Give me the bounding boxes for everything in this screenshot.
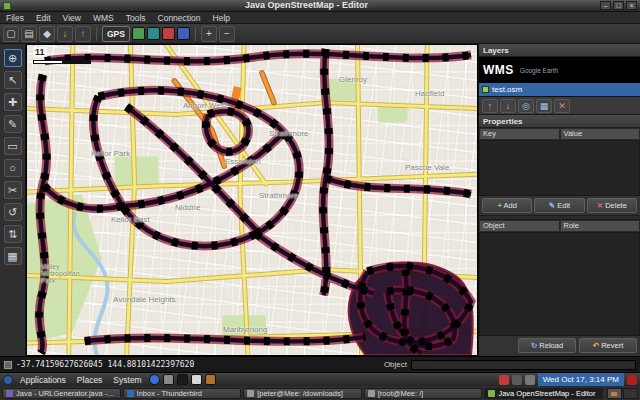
zoom-level-label: 11: [33, 47, 47, 57]
workspace-2[interactable]: [623, 388, 638, 399]
wms-settings-icon[interactable]: [177, 27, 190, 40]
latlon-icon: [4, 361, 12, 369]
layer-merge-icon[interactable]: ▦: [536, 99, 552, 113]
menu-connection[interactable]: Connection: [152, 12, 207, 24]
maximize-button[interactable]: □: [613, 1, 624, 10]
menu-view[interactable]: View: [57, 12, 87, 24]
edit-property-button[interactable]: ✎ Edit: [534, 198, 584, 213]
edit-label: Edit: [557, 201, 570, 210]
relations-object-column: Object: [479, 220, 560, 232]
delete-label: Delete: [605, 201, 627, 210]
gps-button[interactable]: GPS: [102, 26, 130, 42]
open-icon[interactable]: ▤: [21, 26, 37, 42]
minimize-button[interactable]: –: [600, 1, 611, 10]
menu-tools[interactable]: Tools: [120, 12, 152, 24]
zoom-tool-icon[interactable]: ⊕: [4, 49, 22, 67]
clock[interactable]: Wed Oct 17, 3:14 PM: [538, 373, 624, 387]
delete-property-button[interactable]: ✕ Delete: [587, 198, 637, 213]
task-terminal-root[interactable]: [root@Mee: /]: [364, 388, 483, 399]
zoom-out-icon[interactable]: −: [219, 26, 235, 42]
properties-value-column: Value: [560, 128, 640, 140]
layer-toolbar: ↑ ↓ ◎ ▦ ✕: [479, 97, 640, 115]
object-field[interactable]: [411, 360, 636, 370]
places-menu[interactable]: Places: [73, 375, 107, 385]
toolbar-separator: [195, 27, 196, 41]
security-status-icon[interactable]: [627, 375, 637, 385]
select-tool-icon[interactable]: ↖: [4, 71, 22, 89]
relations-role-column: Role: [560, 220, 640, 232]
split-way-tool-icon[interactable]: ✂: [4, 181, 22, 199]
wms-layer-name: WMS: [483, 63, 514, 77]
properties-buttons: + Add ✎ Edit ✕ Delete: [479, 196, 640, 216]
josm-icon: [488, 390, 495, 397]
reload-button[interactable]: ↻ Reload: [518, 338, 576, 353]
layer-item-osm-selected[interactable]: test.osm: [479, 83, 640, 96]
grid-tool-icon[interactable]: ▦: [4, 247, 22, 265]
system-menu[interactable]: System: [109, 375, 145, 385]
add-node-tool-icon[interactable]: ✚: [4, 93, 22, 111]
workspace-1[interactable]: [607, 388, 622, 399]
network-status-icon[interactable]: [512, 375, 522, 385]
gnome-window-list: Java - URLGenerator.java - Eclipse Inbox…: [0, 386, 640, 400]
rectangle-tool-icon[interactable]: ▭: [4, 137, 22, 155]
task-josm-active[interactable]: Java OpenStreetMap - Editor: [484, 388, 603, 399]
main-area: ⊕ ↖ ✚ ✎ ▭ ○ ✂ ↺ ⇅ ▦: [0, 44, 640, 356]
task-thunderbird[interactable]: Inbox - Thunderbird: [123, 388, 242, 399]
upload-icon[interactable]: ↑: [75, 26, 91, 42]
properties-key-column: Key: [479, 128, 560, 140]
properties-panel-title: Properties: [479, 115, 640, 128]
download-icon[interactable]: ↓: [57, 26, 73, 42]
graphics-launcher-icon[interactable]: [205, 374, 216, 385]
terminal-launcher-icon[interactable]: [177, 374, 188, 385]
main-toolbar: ▢ ▤ ◆ ↓ ↑ GPS + −: [0, 24, 640, 44]
edit-tool-palette: ⊕ ↖ ✚ ✎ ▭ ○ ✂ ↺ ⇅ ▦: [0, 44, 26, 356]
close-button[interactable]: ×: [626, 1, 637, 10]
zoom-in-icon[interactable]: +: [201, 26, 217, 42]
task-terminal-downloads[interactable]: [peter@Mee: /downloads]: [243, 388, 362, 399]
applications-menu[interactable]: Applications: [16, 375, 70, 385]
delete-icon: ✕: [597, 201, 603, 210]
osm-layer-icon: [482, 86, 489, 93]
wms-layer-icon[interactable]: [132, 27, 145, 40]
workspace-window-thumb: [611, 392, 617, 396]
menu-help[interactable]: Help: [207, 12, 236, 24]
menu-wms[interactable]: WMS: [87, 12, 120, 24]
undo-tool-icon[interactable]: ↺: [4, 203, 22, 221]
layer-item-wms[interactable]: WMS Google Earth: [479, 57, 640, 83]
volume-status-icon[interactable]: [525, 375, 535, 385]
properties-table-header: Key Value: [479, 128, 640, 140]
latlon-readout: -37.74159627626045 144.88101422397620: [16, 360, 194, 369]
reorder-tool-icon[interactable]: ⇅: [4, 225, 22, 243]
save-icon[interactable]: ◆: [39, 26, 55, 42]
menubar: Files Edit View WMS Tools Connection Hel…: [0, 12, 640, 24]
menu-edit[interactable]: Edit: [30, 12, 57, 24]
updates-status-icon[interactable]: [499, 375, 509, 385]
relations-table-header: Object Role: [479, 220, 640, 232]
new-icon[interactable]: ▢: [3, 26, 19, 42]
object-label: Object: [384, 360, 407, 369]
add-icon: +: [497, 201, 501, 210]
properties-table-body[interactable]: [479, 140, 640, 196]
layer-down-icon[interactable]: ↓: [500, 99, 516, 113]
draw-way-tool-icon[interactable]: ✎: [4, 115, 22, 133]
layer-up-icon[interactable]: ↑: [482, 99, 498, 113]
circle-tool-icon[interactable]: ○: [4, 159, 22, 177]
window-titlebar: Java OpenStreetMap - Editor – □ ×: [0, 0, 640, 12]
layer-visibility-icon[interactable]: ◎: [518, 99, 534, 113]
wms-download-icon[interactable]: [162, 27, 175, 40]
layer-action-buttons: ↻ Reload ↶ Revert: [479, 336, 640, 356]
relations-table-body[interactable]: [479, 232, 640, 336]
toolbar-separator: [96, 27, 97, 41]
layer-delete-icon[interactable]: ✕: [554, 99, 570, 113]
revert-button[interactable]: ↶ Revert: [579, 338, 637, 353]
distro-menu-icon[interactable]: [3, 375, 13, 385]
task-eclipse[interactable]: Java - URLGenerator.java - Eclipse: [2, 388, 121, 399]
add-property-button[interactable]: + Add: [482, 198, 532, 213]
wms-landsat-icon[interactable]: [147, 27, 160, 40]
mail-launcher-icon[interactable]: [163, 374, 174, 385]
map-canvas[interactable]: 11 Glenroy Hadfield Airport West Strathm…: [26, 44, 478, 356]
workspace-switcher[interactable]: [607, 388, 638, 399]
browser-launcher-icon[interactable]: [149, 374, 160, 385]
menu-files[interactable]: Files: [0, 12, 30, 24]
editor-launcher-icon[interactable]: [191, 374, 202, 385]
